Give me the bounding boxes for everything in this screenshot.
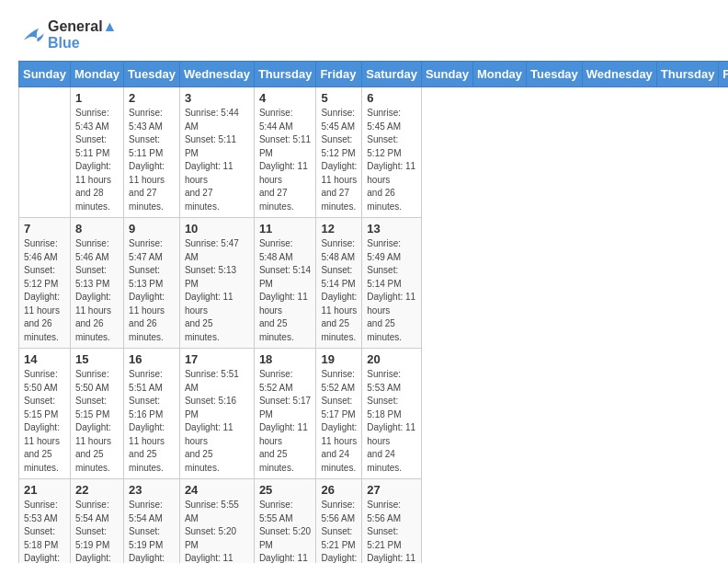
day-number: 12 [321, 222, 357, 236]
calendar-cell: 15Sunrise: 5:50 AM Sunset: 5:15 PM Dayli… [70, 349, 123, 479]
calendar-cell: 1Sunrise: 5:43 AM Sunset: 5:11 PM Daylig… [70, 87, 123, 218]
calendar-cell: 11Sunrise: 5:48 AM Sunset: 5:14 PM Dayli… [254, 218, 316, 349]
logo: General▲ Blue [18, 18, 117, 52]
calendar-cell: 10Sunrise: 5:47 AM Sunset: 5:13 PM Dayli… [179, 218, 254, 349]
calendar-cell: 2Sunrise: 5:43 AM Sunset: 5:11 PM Daylig… [124, 87, 180, 218]
calendar-cell: 12Sunrise: 5:48 AM Sunset: 5:14 PM Dayli… [316, 218, 362, 349]
calendar-cell: 21Sunrise: 5:53 AM Sunset: 5:18 PM Dayli… [19, 479, 71, 564]
week-row-2: 7Sunrise: 5:46 AM Sunset: 5:12 PM Daylig… [19, 218, 729, 349]
calendar-cell: 20Sunrise: 5:53 AM Sunset: 5:18 PM Dayli… [362, 349, 422, 479]
day-info: Sunrise: 5:50 AM Sunset: 5:15 PM Dayligh… [24, 368, 65, 475]
calendar-cell: 16Sunrise: 5:51 AM Sunset: 5:16 PM Dayli… [124, 349, 180, 479]
col-header-monday: Monday [472, 62, 526, 87]
day-number: 10 [185, 222, 249, 236]
calendar-cell: 19Sunrise: 5:52 AM Sunset: 5:17 PM Dayli… [316, 349, 362, 479]
day-number: 21 [24, 483, 65, 497]
header-wednesday: Wednesday [179, 62, 254, 87]
header-saturday: Saturday [362, 62, 422, 87]
day-number: 13 [367, 222, 416, 236]
calendar-cell: 23Sunrise: 5:54 AM Sunset: 5:19 PM Dayli… [124, 479, 180, 564]
header-row: SundayMondayTuesdayWednesdayThursdayFrid… [19, 62, 729, 87]
day-info: Sunrise: 5:55 AM Sunset: 5:20 PM Dayligh… [185, 499, 249, 563]
calendar-cell: 26Sunrise: 5:56 AM Sunset: 5:21 PM Dayli… [316, 479, 362, 564]
day-number: 22 [75, 483, 119, 497]
day-info: Sunrise: 5:44 AM Sunset: 5:11 PM Dayligh… [185, 107, 249, 213]
logo-icon [18, 25, 44, 45]
day-number: 1 [75, 91, 119, 105]
day-info: Sunrise: 5:56 AM Sunset: 5:21 PM Dayligh… [367, 499, 416, 563]
day-info: Sunrise: 5:46 AM Sunset: 5:13 PM Dayligh… [75, 237, 119, 344]
calendar-cell: 3Sunrise: 5:44 AM Sunset: 5:11 PM Daylig… [179, 87, 254, 218]
col-header-thursday: Thursday [656, 62, 719, 87]
day-info: Sunrise: 5:53 AM Sunset: 5:18 PM Dayligh… [367, 368, 416, 475]
day-number: 24 [185, 483, 249, 497]
day-info: Sunrise: 5:48 AM Sunset: 5:14 PM Dayligh… [259, 237, 312, 344]
header-friday: Friday [316, 62, 362, 87]
col-header-sunday: Sunday [421, 62, 472, 87]
day-info: Sunrise: 5:45 AM Sunset: 5:12 PM Dayligh… [321, 107, 357, 213]
calendar-cell: 9Sunrise: 5:47 AM Sunset: 5:13 PM Daylig… [124, 218, 180, 349]
day-info: Sunrise: 5:49 AM Sunset: 5:14 PM Dayligh… [367, 237, 416, 344]
day-number: 25 [259, 483, 312, 497]
day-number: 14 [24, 352, 65, 366]
day-info: Sunrise: 5:53 AM Sunset: 5:18 PM Dayligh… [24, 499, 65, 563]
day-info: Sunrise: 5:48 AM Sunset: 5:14 PM Dayligh… [321, 237, 357, 344]
day-number: 2 [129, 91, 175, 105]
day-number: 26 [321, 483, 357, 497]
day-info: Sunrise: 5:46 AM Sunset: 5:12 PM Dayligh… [24, 237, 65, 344]
calendar-cell: 27Sunrise: 5:56 AM Sunset: 5:21 PM Dayli… [362, 479, 422, 564]
day-number: 4 [259, 91, 312, 105]
col-header-tuesday: Tuesday [527, 62, 583, 87]
day-info: Sunrise: 5:43 AM Sunset: 5:11 PM Dayligh… [129, 107, 175, 213]
calendar-cell: 8Sunrise: 5:46 AM Sunset: 5:13 PM Daylig… [70, 218, 123, 349]
day-number: 27 [367, 483, 416, 497]
logo-text: General▲ Blue [48, 18, 117, 52]
week-row-1: 1Sunrise: 5:43 AM Sunset: 5:11 PM Daylig… [19, 87, 729, 218]
calendar-cell: 24Sunrise: 5:55 AM Sunset: 5:20 PM Dayli… [179, 479, 254, 564]
calendar-cell: 17Sunrise: 5:51 AM Sunset: 5:16 PM Dayli… [179, 349, 254, 479]
col-header-wednesday: Wednesday [582, 62, 656, 87]
day-info: Sunrise: 5:45 AM Sunset: 5:12 PM Dayligh… [367, 107, 416, 213]
calendar-cell: 7Sunrise: 5:46 AM Sunset: 5:12 PM Daylig… [19, 218, 71, 349]
day-number: 17 [185, 352, 249, 366]
day-info: Sunrise: 5:54 AM Sunset: 5:19 PM Dayligh… [75, 499, 119, 563]
day-info: Sunrise: 5:52 AM Sunset: 5:17 PM Dayligh… [259, 368, 312, 475]
day-number: 18 [259, 352, 312, 366]
day-info: Sunrise: 5:44 AM Sunset: 5:11 PM Dayligh… [259, 107, 312, 213]
week-row-3: 14Sunrise: 5:50 AM Sunset: 5:15 PM Dayli… [19, 349, 729, 479]
day-number: 16 [129, 352, 175, 366]
day-number: 11 [259, 222, 312, 236]
day-number: 5 [321, 91, 357, 105]
week-row-4: 21Sunrise: 5:53 AM Sunset: 5:18 PM Dayli… [19, 479, 729, 564]
day-info: Sunrise: 5:47 AM Sunset: 5:13 PM Dayligh… [185, 237, 249, 344]
day-number: 3 [185, 91, 249, 105]
day-info: Sunrise: 5:43 AM Sunset: 5:11 PM Dayligh… [75, 107, 119, 213]
header-sunday: Sunday [19, 62, 71, 87]
calendar-cell: 13Sunrise: 5:49 AM Sunset: 5:14 PM Dayli… [362, 218, 422, 349]
page-header: General▲ Blue [18, 18, 710, 52]
day-info: Sunrise: 5:56 AM Sunset: 5:21 PM Dayligh… [321, 499, 357, 563]
day-info: Sunrise: 5:52 AM Sunset: 5:17 PM Dayligh… [321, 368, 357, 475]
header-monday: Monday [70, 62, 123, 87]
day-number: 19 [321, 352, 357, 366]
calendar-cell: 22Sunrise: 5:54 AM Sunset: 5:19 PM Dayli… [70, 479, 123, 564]
calendar-cell: 6Sunrise: 5:45 AM Sunset: 5:12 PM Daylig… [362, 87, 422, 218]
calendar-cell: 4Sunrise: 5:44 AM Sunset: 5:11 PM Daylig… [254, 87, 316, 218]
day-number: 23 [129, 483, 175, 497]
calendar-cell: 18Sunrise: 5:52 AM Sunset: 5:17 PM Dayli… [254, 349, 316, 479]
day-number: 20 [367, 352, 416, 366]
day-number: 9 [129, 222, 175, 236]
day-info: Sunrise: 5:50 AM Sunset: 5:15 PM Dayligh… [75, 368, 119, 475]
day-info: Sunrise: 5:47 AM Sunset: 5:13 PM Dayligh… [129, 237, 175, 344]
calendar-table: SundayMondayTuesdayWednesdayThursdayFrid… [18, 61, 728, 563]
header-thursday: Thursday [254, 62, 316, 87]
col-header-friday: Friday [719, 62, 728, 87]
day-number: 7 [24, 222, 65, 236]
calendar-cell: 14Sunrise: 5:50 AM Sunset: 5:15 PM Dayli… [19, 349, 71, 479]
calendar-cell: 25Sunrise: 5:55 AM Sunset: 5:20 PM Dayli… [254, 479, 316, 564]
day-number: 15 [75, 352, 119, 366]
day-info: Sunrise: 5:54 AM Sunset: 5:19 PM Dayligh… [129, 499, 175, 563]
day-number: 6 [367, 91, 416, 105]
calendar-cell [19, 87, 71, 218]
header-tuesday: Tuesday [124, 62, 180, 87]
